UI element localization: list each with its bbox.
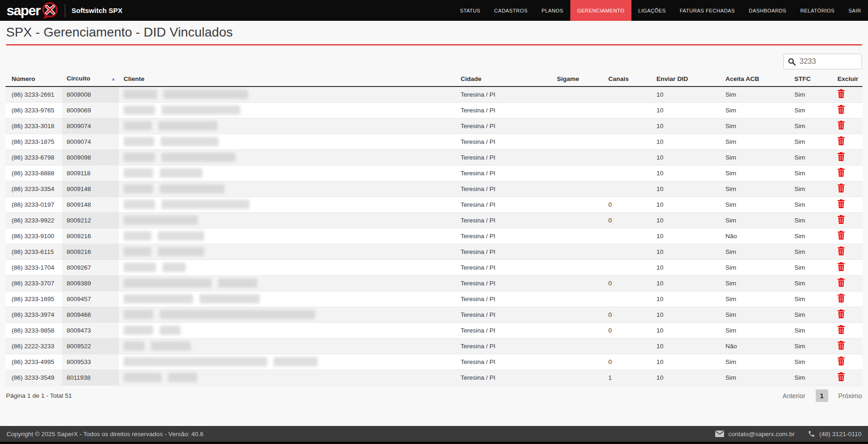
cell-numero: (86) 3233-1875: [6, 134, 62, 149]
cell-stfc: Sim: [790, 275, 833, 291]
nav-item-planos[interactable]: PLANOS: [535, 0, 570, 21]
cell-enviar-did: 10: [652, 275, 721, 291]
cell-canais: [604, 181, 652, 197]
redacted-client-name: [124, 105, 155, 115]
cell-enviar-did: 10: [652, 259, 721, 275]
cell-enviar-did: 10: [652, 102, 721, 118]
cell-sigame: [552, 181, 604, 197]
trash-icon: [837, 199, 845, 208]
redacted-client-name: [124, 310, 153, 319]
table-row: (86) 3233-35498011938Teresina / PI110Sim…: [6, 370, 862, 385]
delete-did-button[interactable]: [837, 105, 845, 114]
delete-did-button[interactable]: [837, 278, 845, 287]
trash-icon: [837, 152, 845, 161]
cell-cliente: [119, 338, 456, 354]
redacted-client-name: [124, 137, 154, 146]
phone-icon: [808, 430, 815, 438]
previous-page-button[interactable]: Anterior: [783, 392, 806, 400]
cell-excluir: [833, 212, 862, 228]
cell-stfc: Sim: [790, 244, 833, 259]
nav-item-ligações[interactable]: LIGAÇÕES: [631, 0, 673, 21]
table-body: (86) 3233-26918009008Teresina / PI10SimS…: [6, 86, 862, 385]
nav-item-gerenciamento[interactable]: GERENCIAMENTO: [570, 0, 631, 21]
column-header-excluir[interactable]: Excluir: [833, 72, 862, 86]
cell-aceita-acb: Não: [721, 228, 790, 244]
nav-item-status[interactable]: STATUS: [453, 0, 487, 21]
column-header-sigame[interactable]: Sigame: [552, 72, 604, 86]
cell-circuito: 8009069: [62, 102, 119, 118]
delete-did-button[interactable]: [837, 168, 845, 177]
trash-icon: [837, 136, 845, 145]
next-page-button[interactable]: Próximo: [838, 392, 862, 400]
nav-item-faturas-fechadas[interactable]: FATURAS FECHADAS: [673, 0, 742, 21]
column-header-canais[interactable]: Canais: [604, 72, 652, 86]
cell-circuito: 8009118: [62, 165, 119, 181]
copyright-text: Copyright © 2025 SaperX - Todos os direi…: [6, 431, 203, 438]
delete-did-button[interactable]: [837, 262, 845, 271]
nav-item-cadastros[interactable]: CADASTROS: [487, 0, 535, 21]
cell-excluir: [833, 338, 862, 354]
page-number-button[interactable]: 1: [816, 389, 828, 402]
delete-did-button[interactable]: [837, 341, 845, 350]
cell-canais: [604, 291, 652, 307]
delete-did-button[interactable]: [837, 325, 845, 334]
cell-numero: (86) 3233-3018: [6, 118, 62, 134]
delete-did-button[interactable]: [837, 309, 845, 318]
cell-aceita-acb: Sim: [721, 149, 790, 165]
table-row: (86) 3233-88888009118Teresina / PI10SimS…: [6, 165, 862, 181]
column-label: Canais: [608, 75, 629, 82]
delete-did-button[interactable]: [837, 231, 845, 240]
delete-did-button[interactable]: [837, 89, 845, 98]
search-input[interactable]: [799, 57, 857, 66]
column-header-cliente[interactable]: Cliente: [119, 72, 456, 86]
brand-logo-text: saper: [6, 4, 40, 18]
delete-did-button[interactable]: [837, 136, 845, 145]
cell-aceita-acb: Sim: [721, 134, 790, 149]
trash-icon: [837, 325, 845, 334]
delete-did-button[interactable]: [837, 357, 845, 365]
column-header-circuito[interactable]: Circuito▲: [62, 72, 119, 86]
delete-did-button[interactable]: [837, 199, 845, 208]
delete-did-button[interactable]: [837, 294, 845, 302]
column-header-aceita-acb[interactable]: Aceita ACB: [721, 72, 790, 86]
delete-did-button[interactable]: [837, 247, 845, 255]
cell-aceita-acb: Sim: [721, 86, 790, 102]
column-header-numero[interactable]: Número: [6, 72, 62, 86]
nav-item-dashboards[interactable]: DASHBOARDS: [742, 0, 793, 21]
cell-numero: (86) 3233-8888: [6, 165, 62, 181]
delete-did-button[interactable]: [837, 184, 845, 192]
cell-cidade: Teresina / PI: [456, 354, 552, 370]
cell-numero: (86) 3233-3549: [6, 370, 62, 385]
nav-item-sair[interactable]: SAIR: [842, 0, 868, 21]
cell-circuito: 8009457: [62, 291, 119, 307]
cell-aceita-acb: Sim: [721, 275, 790, 291]
column-header-cidade[interactable]: Cidade: [456, 72, 552, 86]
delete-did-button[interactable]: [837, 372, 845, 381]
cell-enviar-did: 10: [652, 338, 721, 354]
table-row: (86) 3233-26918009008Teresina / PI10SimS…: [6, 86, 862, 102]
trash-icon: [837, 294, 845, 302]
column-header-stfc[interactable]: STFC: [790, 72, 833, 86]
cell-stfc: Sim: [790, 291, 833, 307]
cell-canais: [604, 259, 652, 275]
trash-icon: [837, 341, 845, 350]
cell-cidade: Teresina / PI: [456, 118, 552, 134]
trash-icon: [837, 372, 845, 381]
delete-did-button[interactable]: [837, 121, 845, 130]
cell-cidade: Teresina / PI: [456, 338, 552, 354]
cell-numero: (86) 3233-6115: [6, 244, 62, 259]
sort-ascending-icon: ▲: [111, 75, 116, 83]
cell-sigame: [552, 291, 604, 307]
cell-numero: (86) 3233-9765: [6, 102, 62, 118]
search-icon: [788, 58, 796, 66]
nav-item-relatórios[interactable]: RELATÓRIOS: [793, 0, 842, 21]
cell-cidade: Teresina / PI: [456, 370, 552, 385]
cell-aceita-acb: Não: [721, 338, 790, 354]
delete-did-button[interactable]: [837, 215, 845, 224]
cell-cidade: Teresina / PI: [456, 134, 552, 149]
delete-did-button[interactable]: [837, 152, 845, 161]
cell-sigame: [552, 149, 604, 165]
column-header-enviar-did[interactable]: Enviar DID: [652, 72, 721, 86]
cell-circuito: 8009212: [62, 212, 119, 228]
cell-circuito: 8009267: [62, 259, 119, 275]
